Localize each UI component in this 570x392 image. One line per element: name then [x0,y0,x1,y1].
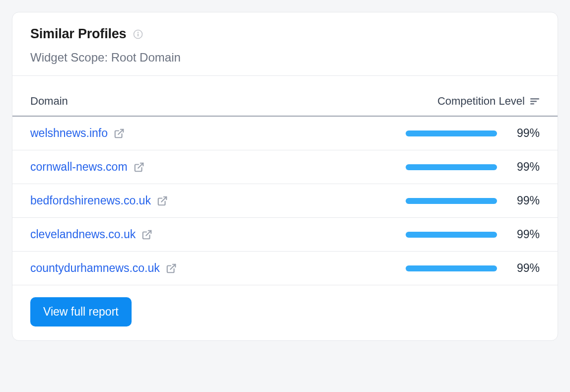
svg-rect-5 [530,103,534,105]
competition-bar [406,131,498,136]
domain-cell: welshnews.info [30,127,125,140]
external-link-icon[interactable] [134,162,144,173]
table-row: welshnews.info99% [12,117,558,150]
external-link-icon[interactable] [166,263,177,274]
table-row: countydurhamnews.co.uk99% [12,252,558,285]
svg-rect-2 [138,33,139,36]
external-link-icon[interactable] [157,196,168,206]
column-domain[interactable]: Domain [30,95,68,108]
competition-cell: 99% [406,194,540,207]
competition-cell: 99% [406,228,540,241]
external-link-icon[interactable] [114,128,125,139]
competition-bar [406,232,498,238]
competition-percent: 99% [512,127,540,140]
competition-bar-fill [406,198,497,204]
external-link-icon[interactable] [142,229,152,240]
column-competition-label: Competition Level [437,95,525,108]
info-icon[interactable] [133,29,143,39]
domain-link[interactable]: countydurhamnews.co.uk [30,261,160,275]
competition-bar [406,265,498,271]
competition-bar-fill [406,164,497,170]
competition-percent: 99% [512,160,540,174]
competition-bar-fill [406,131,497,136]
competition-cell: 99% [406,261,540,275]
competition-percent: 99% [512,194,540,207]
competition-cell: 99% [406,127,540,140]
svg-line-8 [161,196,166,201]
domain-cell: countydurhamnews.co.uk [30,261,177,275]
title-row: Similar Profiles [30,26,540,42]
similar-profiles-card: Similar Profiles Widget Scope: Root Doma… [12,12,558,341]
card-header: Similar Profiles Widget Scope: Root Doma… [12,12,558,76]
domain-cell: bedfordshirenews.co.uk [30,194,168,207]
competition-bar [406,164,498,170]
competition-percent: 99% [512,261,540,275]
table-row: bedfordshirenews.co.uk99% [12,184,558,218]
competition-bar [406,198,498,204]
table-row: clevelandnews.co.uk99% [12,218,558,252]
competition-bar-fill [406,265,497,271]
widget-scope: Widget Scope: Root Domain [30,51,540,65]
table-body: welshnews.info99%cornwall-news.com99%bed… [12,117,558,285]
svg-point-1 [138,32,139,33]
svg-rect-4 [530,101,537,102]
table-header: Domain Competition Level [12,76,558,117]
domain-link[interactable]: clevelandnews.co.uk [30,228,136,241]
domain-link[interactable]: welshnews.info [30,127,108,140]
domain-link[interactable]: bedfordshirenews.co.uk [30,194,151,207]
svg-line-10 [170,264,175,269]
domain-cell: clevelandnews.co.uk [30,228,152,241]
table-row: cornwall-news.com99% [12,150,558,184]
sort-icon [530,97,540,105]
column-competition[interactable]: Competition Level [437,95,540,108]
card-footer: View full report [12,285,558,340]
card-title: Similar Profiles [30,26,126,42]
competition-percent: 99% [512,228,540,241]
competition-cell: 99% [406,160,540,174]
svg-line-9 [146,230,151,235]
svg-rect-3 [530,98,539,100]
domain-cell: cornwall-news.com [30,160,144,174]
competition-bar-fill [406,232,497,238]
svg-line-6 [118,129,123,134]
domain-link[interactable]: cornwall-news.com [30,160,128,174]
view-full-report-button[interactable]: View full report [30,297,132,327]
svg-line-7 [138,163,143,168]
